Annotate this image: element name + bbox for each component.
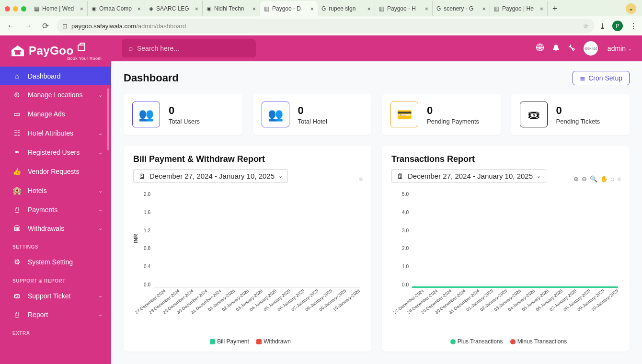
window-controls[interactable] bbox=[3, 6, 30, 11]
nav-icon: ⌂ bbox=[12, 72, 21, 80]
url: paygoo.safayiwala.com/admin/dashboard bbox=[71, 23, 186, 30]
sidebar-item[interactable]: ⌂Dashboard bbox=[0, 67, 111, 85]
favicon-icon: ◉ bbox=[206, 5, 211, 12]
nav-icon: 🎟 bbox=[12, 292, 21, 300]
user-menu[interactable]: admin ⌵ bbox=[608, 45, 631, 52]
close-window-icon[interactable] bbox=[5, 6, 10, 11]
tab-label: Nidhi Techn bbox=[214, 5, 249, 12]
stat-value: 0 bbox=[298, 104, 327, 117]
sidebar-item[interactable]: ⎙Payments⌄ bbox=[0, 200, 111, 219]
close-tab-icon[interactable]: × bbox=[367, 5, 371, 12]
search-input[interactable] bbox=[137, 45, 249, 52]
sidebar-item[interactable]: 👍Vendor Requests bbox=[0, 162, 111, 181]
sidebar-item[interactable]: ▭Manage Ads bbox=[0, 104, 111, 124]
y-tick: 1.2 bbox=[141, 228, 150, 233]
date-range-picker[interactable]: 🗓︎ December 27, 2024 - January 10, 2025 … bbox=[133, 169, 288, 183]
profile-button[interactable]: P bbox=[612, 21, 623, 31]
close-tab-icon[interactable]: × bbox=[252, 5, 256, 12]
sidebar-item-label: Hotel Attributes bbox=[28, 129, 73, 137]
stat-card[interactable]: 👥0Total Users bbox=[124, 94, 242, 135]
sidebar-item[interactable]: ☷Hotel Attributes⌄ bbox=[0, 124, 111, 143]
sidebar-item-label: Withdrawals bbox=[28, 225, 64, 232]
bell-icon[interactable]: 🔔︎ bbox=[552, 44, 560, 53]
y-tick: 1.6 bbox=[141, 210, 150, 215]
back-button[interactable]: ← bbox=[5, 20, 17, 32]
stat-card[interactable]: 💳0Pending Payments bbox=[382, 94, 501, 135]
chart-plot-area: INR 2.01.61.20.80.40.0 27-December-20242… bbox=[133, 192, 362, 311]
nav-icon: ⚭ bbox=[12, 148, 21, 157]
chevron-down-icon: ⌄ bbox=[98, 130, 103, 136]
sidebar-item[interactable]: 🎟Support Ticket⌄ bbox=[0, 286, 111, 305]
date-range-label: December 27, 2024 - January 10, 2025 bbox=[408, 172, 533, 180]
close-tab-icon[interactable]: × bbox=[424, 5, 428, 12]
browser-tab[interactable]: ▥Paygoo | He× bbox=[490, 1, 548, 16]
chevron-down-icon: ⌄ bbox=[98, 311, 103, 318]
chart-menu-icon[interactable]: ≡ bbox=[617, 175, 621, 182]
sidebar-item[interactable]: 🏨Hotels⌄ bbox=[0, 181, 111, 200]
tab-label: SAARC LEG bbox=[156, 5, 192, 12]
sidebar-item[interactable]: 🏛Withdrawals⌄ bbox=[0, 219, 111, 238]
nav-icon: 🏨 bbox=[12, 186, 21, 195]
chart-legend: Bill Payment Withdrawn bbox=[133, 338, 362, 345]
sidebar-item[interactable]: ⊕Manage Locations⌄ bbox=[0, 85, 111, 104]
menu-icon[interactable]: ⋮ bbox=[630, 22, 637, 31]
cron-setup-button[interactable]: ≣ Cron Setup bbox=[573, 71, 630, 85]
stat-card[interactable]: 🎟0Pending Tickets bbox=[511, 94, 630, 135]
legend-label[interactable]: Plus Transactions bbox=[458, 338, 503, 345]
browser-tab[interactable]: Grupee sign× bbox=[318, 1, 375, 16]
downloads-icon[interactable]: ⤓ bbox=[599, 22, 606, 31]
logo[interactable]: PayGoo Book Your Room bbox=[0, 35, 111, 67]
bookmark-icon[interactable]: ☆ bbox=[583, 23, 589, 30]
tab-label: Home | Wed bbox=[42, 5, 77, 12]
close-tab-icon[interactable]: × bbox=[539, 5, 543, 12]
date-range-picker[interactable]: 🗓︎ December 27, 2024 - January 10, 2025 … bbox=[391, 169, 546, 183]
chevron-down-icon: ⌄ bbox=[98, 293, 103, 299]
stat-card[interactable]: 👥0Total Hotel bbox=[253, 94, 372, 135]
new-tab-button[interactable]: + bbox=[548, 4, 562, 14]
legend-swatch-icon bbox=[510, 339, 516, 344]
pan-icon[interactable]: ✋ bbox=[600, 175, 608, 182]
home-icon[interactable]: ⌂ bbox=[611, 175, 615, 182]
site-info-icon[interactable]: ⊡ bbox=[62, 23, 68, 30]
svg-rect-1 bbox=[14, 50, 22, 52]
sidebar-item[interactable]: ⎙Report⌄ bbox=[0, 305, 111, 324]
browser-tab[interactable]: ▥Paygoo - D× bbox=[260, 1, 318, 16]
close-tab-icon[interactable]: × bbox=[310, 5, 314, 12]
tab-label: rupee sign bbox=[329, 5, 364, 12]
chrome-accounts-button[interactable]: ⌄ bbox=[626, 3, 636, 14]
browser-tab[interactable]: ◉Omaa Comp× bbox=[88, 1, 145, 16]
y-tick: 1.0 bbox=[399, 264, 409, 269]
address-bar[interactable]: ⊡ paygoo.safayiwala.com/admin/dashboard … bbox=[57, 19, 595, 33]
browser-tab[interactable]: ◈SAARC LEG× bbox=[145, 1, 203, 16]
nav-icon: 👍 bbox=[12, 167, 21, 176]
browser-tab[interactable]: ◉Nidhi Techn× bbox=[203, 1, 260, 16]
search-wrap[interactable]: ⌕ bbox=[122, 39, 256, 57]
sidebar-item[interactable]: ⚙System Setting bbox=[0, 252, 111, 272]
close-tab-icon[interactable]: × bbox=[482, 5, 486, 12]
avatar[interactable]: 400×400 bbox=[584, 41, 598, 56]
forward-button[interactable]: → bbox=[22, 20, 34, 32]
close-tab-icon[interactable]: × bbox=[80, 5, 83, 12]
zoom-out-icon[interactable]: ⊖ bbox=[582, 175, 587, 182]
nav-icon: 🏛 bbox=[12, 224, 21, 232]
stat-icon: 👥 bbox=[132, 102, 160, 127]
reload-button[interactable]: ⟳ bbox=[39, 20, 52, 32]
wrench-icon[interactable]: 🔧︎ bbox=[568, 44, 576, 53]
sidebar-item[interactable]: ⚭Registered Users⌄ bbox=[0, 143, 111, 162]
chevron-down-icon: ⌄ bbox=[98, 188, 103, 194]
globe-icon[interactable]: 🌐︎ bbox=[536, 44, 544, 53]
nav-icon: ⊕ bbox=[12, 91, 21, 99]
browser-tab[interactable]: ▦Home | Wed× bbox=[30, 1, 88, 16]
chart-menu-icon[interactable]: ≡ bbox=[359, 175, 363, 182]
close-tab-icon[interactable]: × bbox=[195, 5, 198, 12]
legend-label[interactable]: Withdrawn bbox=[264, 338, 291, 345]
maximize-window-icon[interactable] bbox=[21, 6, 26, 11]
minimize-window-icon[interactable] bbox=[13, 6, 18, 11]
zoom-in-icon[interactable]: ⊕ bbox=[573, 175, 579, 182]
legend-label[interactable]: Bill Payment bbox=[217, 338, 249, 345]
close-tab-icon[interactable]: × bbox=[137, 5, 141, 12]
browser-tab[interactable]: Gscenery - G× bbox=[433, 1, 490, 16]
zoom-select-icon[interactable]: 🔍 bbox=[590, 175, 597, 182]
browser-tab[interactable]: ▥Paygoo - H× bbox=[375, 1, 433, 16]
legend-label[interactable]: Minus Transactions bbox=[517, 338, 567, 345]
